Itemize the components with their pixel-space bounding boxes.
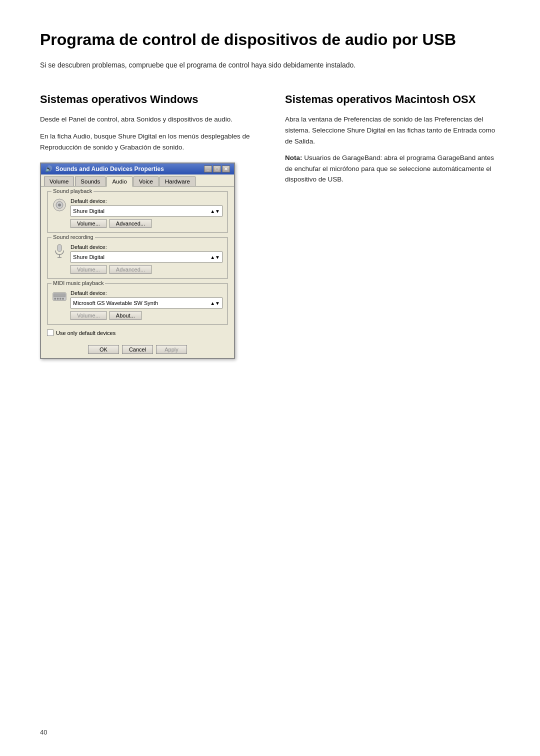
default-devices-row: Use only default devices — [47, 330, 228, 336]
default-devices-checkbox[interactable] — [47, 330, 54, 336]
window-controls: _ □ ✕ — [204, 166, 230, 172]
midi-btn-row: Volume... About... — [70, 311, 222, 320]
midi-default-label: Default device: — [70, 290, 222, 296]
svg-rect-11 — [62, 298, 64, 300]
tab-volume[interactable]: Volume — [44, 176, 74, 186]
page-title: Programa de control de dispositivos de a… — [40, 30, 500, 49]
cancel-button[interactable]: Cancel — [122, 345, 153, 354]
mac-section-title: Sistemas operativos Macintosh OSX — [285, 93, 500, 106]
recording-btn-row: Volume... Advanced... — [70, 265, 222, 274]
svg-rect-3 — [58, 244, 62, 252]
mac-nota-bold: Nota: — [285, 154, 302, 162]
maximize-button[interactable]: □ — [213, 166, 221, 172]
recording-volume-button[interactable]: Volume... — [70, 265, 106, 274]
svg-rect-8 — [54, 298, 56, 300]
playback-device-name: Shure Digital — [73, 208, 104, 214]
speaker-icon — [52, 198, 66, 212]
midi-select-arrow-icon: ▲▼ — [210, 300, 220, 306]
mac-section: Sistemas operativos Macintosh OSX Abra l… — [285, 93, 500, 359]
mic-icon — [52, 244, 66, 258]
playback-volume-button[interactable]: Volume... — [70, 219, 106, 228]
svg-rect-7 — [54, 294, 66, 297]
mac-para1: Abra la ventana de Preferencias de sonid… — [285, 114, 500, 146]
playback-default-label: Default device: — [70, 198, 222, 204]
intro-text: Si se descubren problemas, compruebe que… — [40, 61, 500, 69]
windows-para2: En la ficha Audio, busque Shure Digital … — [40, 131, 255, 152]
sound-playback-label: Sound playback — [52, 188, 94, 194]
playback-advanced-button[interactable]: Advanced... — [110, 219, 152, 228]
dialog-tabs: Volume Sounds Audio Voice Hardware — [41, 174, 234, 186]
mac-nota-rest: Usuarios de GarageBand: abra el programa… — [285, 154, 494, 183]
midi-playback-section: MIDI music playback — [47, 284, 228, 324]
recording-device-select[interactable]: Shure Digital ▲▼ — [70, 252, 222, 262]
dialog-bottom-buttons: OK Cancel Apply — [41, 345, 234, 358]
recording-advanced-button[interactable]: Advanced... — [110, 265, 152, 274]
windows-dialog: 🔊 Sounds and Audio Devices Properties _ … — [40, 162, 235, 359]
midi-playback-label: MIDI music playback — [52, 280, 105, 286]
page-number: 40 — [40, 728, 47, 736]
tab-audio[interactable]: Audio — [106, 176, 132, 186]
recording-select-arrow-icon: ▲▼ — [210, 254, 220, 260]
sound-recording-label: Sound recording — [52, 234, 95, 240]
windows-section-title: Sistemas operativos Windows — [40, 93, 255, 106]
midi-icon — [52, 290, 66, 304]
playback-device-info: Default device: Shure Digital ▲▼ Volume.… — [70, 198, 222, 228]
svg-rect-10 — [60, 298, 62, 300]
ok-button[interactable]: OK — [88, 345, 119, 354]
midi-device-select[interactable]: Microsoft GS Wavetable SW Synth ▲▼ — [70, 298, 222, 308]
recording-device-row: Default device: Shure Digital ▲▼ Volume.… — [52, 244, 222, 274]
playback-device-row: Default device: Shure Digital ▲▼ Volume.… — [52, 198, 222, 228]
tab-voice[interactable]: Voice — [134, 176, 158, 186]
midi-device-info: Default device: Microsoft GS Wavetable S… — [70, 290, 222, 320]
close-button[interactable]: ✕ — [222, 166, 230, 172]
midi-about-button[interactable]: About... — [110, 311, 142, 320]
svg-rect-9 — [57, 298, 59, 300]
default-devices-label: Use only default devices — [56, 330, 116, 336]
windows-section: Sistemas operativos Windows Desde el Pan… — [40, 93, 255, 359]
two-column-layout: Sistemas operativos Windows Desde el Pan… — [40, 93, 500, 359]
svg-point-2 — [58, 204, 61, 206]
midi-volume-button[interactable]: Volume... — [70, 311, 106, 320]
midi-device-name: Microsoft GS Wavetable SW Synth — [73, 300, 158, 306]
recording-device-name: Shure Digital — [73, 254, 104, 260]
dialog-icon: 🔊 — [45, 166, 52, 172]
recording-device-info: Default device: Shure Digital ▲▼ Volume.… — [70, 244, 222, 274]
windows-para1: Desde el Panel de control, abra Sonidos … — [40, 114, 255, 125]
minimize-button[interactable]: _ — [204, 166, 212, 172]
tab-sounds[interactable]: Sounds — [75, 176, 106, 186]
midi-device-row: Default device: Microsoft GS Wavetable S… — [52, 290, 222, 320]
recording-default-label: Default device: — [70, 244, 222, 250]
tab-hardware[interactable]: Hardware — [160, 176, 196, 186]
select-arrow-icon: ▲▼ — [210, 208, 220, 214]
sound-playback-section: Sound playback Default device: — [47, 192, 228, 232]
playback-device-select[interactable]: Shure Digital ▲▼ — [70, 206, 222, 216]
apply-button[interactable]: Apply — [156, 345, 187, 354]
dialog-body: Sound playback Default device: — [41, 186, 234, 345]
dialog-titlebar: 🔊 Sounds and Audio Devices Properties _ … — [41, 164, 234, 174]
mac-para2: Nota: Usuarios de GarageBand: abra el pr… — [285, 152, 500, 185]
sound-recording-section: Sound recording Default device: — [47, 238, 228, 278]
playback-btn-row: Volume... Advanced... — [70, 219, 222, 228]
dialog-title: Sounds and Audio Devices Properties — [56, 166, 164, 172]
